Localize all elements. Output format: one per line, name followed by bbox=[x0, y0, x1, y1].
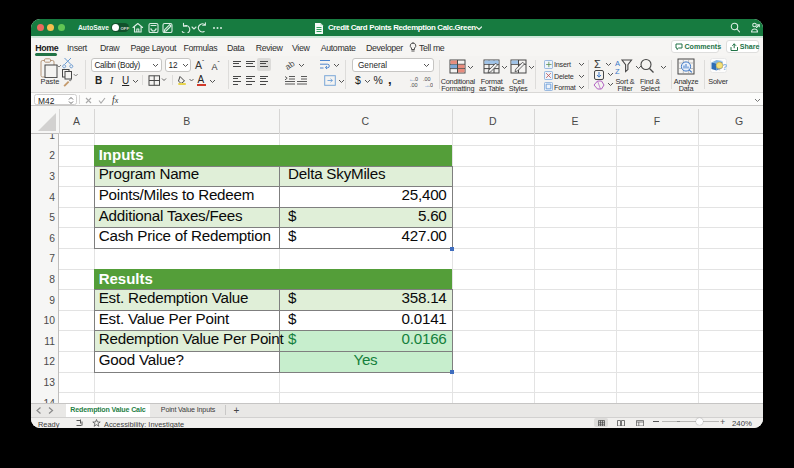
svg-text:.00: .00 bbox=[410, 82, 418, 88]
svg-text:Z: Z bbox=[615, 67, 620, 75]
svg-text:?: ? bbox=[722, 62, 727, 72]
